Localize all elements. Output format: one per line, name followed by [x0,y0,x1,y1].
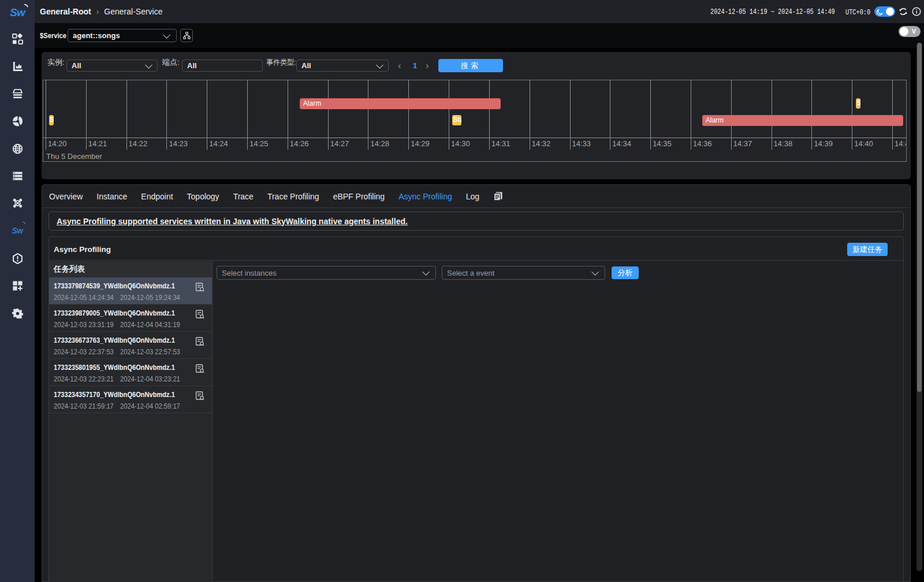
sidebar-item-extensions[interactable] [0,275,35,296]
service-select-value: agent::songs [73,31,120,40]
tab-instance[interactable]: Instance [96,192,127,201]
timeline-tick-label: 14:33 [572,139,591,148]
timeline-tick-label: 14:32 [532,139,551,148]
task-list: 1733379874539_YWdlbnQ6OnNvbmdz.1 2024-12… [49,277,212,413]
timeline-tick-label: 14:20 [48,139,67,148]
tab-endpoint[interactable]: Endpoint [141,192,173,201]
pie-icon [12,116,23,127]
page-next-button[interactable]: › [426,60,429,72]
timeline-tick-label: 14:22 [129,139,148,148]
create-task-button[interactable]: 新建任务 [847,243,888,256]
task-view-button[interactable] [195,310,204,321]
timeline-gridline [650,80,651,150]
chevron-down-icon [163,31,170,39]
task-view-button[interactable] [195,283,204,294]
task-view-button[interactable] [195,337,204,349]
version-toggle[interactable]: V [899,26,921,37]
sw-mini-logo: Sw [12,226,23,235]
gear-icon [12,308,23,319]
tab-ebpf-profiling[interactable]: eBPF Profiling [333,192,385,201]
service-topology-button[interactable] [180,29,193,42]
page-prev-button[interactable]: ‹ [398,60,401,72]
grid-plus-icon [12,280,23,291]
view-detail-icon [195,364,204,373]
sidebar-item-database[interactable] [0,110,35,131]
timeline-gridline [449,80,449,150]
skywalking-logo[interactable]: Sw [0,0,35,25]
task-id: 1733235801955_YWdlbnQ6OnNvbmdz.1 [54,363,175,372]
sidebar-item-dashboard[interactable] [0,28,35,49]
breadcrumb-root[interactable]: General-Root [40,7,91,16]
tab-log[interactable]: Log [466,192,479,201]
time-range-picker[interactable]: 2024-12-05 14:19 ~ 2024-12-05 14:49 [710,8,813,16]
sidebar-item-marketplace[interactable] [0,56,35,77]
timeline-alarm-bar[interactable]: Alarm [702,115,903,126]
timeline-tick-label: 14:29 [411,139,430,148]
tab-async-profiling[interactable]: Async Profiling [398,192,452,201]
event-type-filter-select[interactable]: All [296,60,389,72]
endpoint-filter-input[interactable]: All [182,60,263,72]
timeline-tick-label: 14:25 [249,139,269,148]
copy-docs-icon[interactable] [493,191,503,201]
task-list-item[interactable]: 1733239879005_YWdlbnQ6OnNvbmdz.1 2024-12… [49,305,212,332]
event-select[interactable]: Select a event [442,266,605,280]
analyze-button[interactable]: 分析 [612,266,639,279]
breadcrumb-current[interactable]: General-Service [104,7,162,16]
info-icon [912,7,921,16]
view-detail-icon [195,337,204,346]
theme-toggle[interactable] [874,6,895,17]
service-select[interactable]: agent::songs [68,29,177,42]
timeline-tick-label: 14:41 [895,139,907,148]
copy-icon [493,191,503,201]
instance-filter-label: 实例: [47,56,65,68]
timeline-tick-label: 14:40 [854,139,873,148]
tab-overview[interactable]: Overview [49,192,83,201]
instances-select[interactable]: Select instances [217,266,436,280]
task-end-time: 2024-12-03 22:57:53 [120,347,180,356]
sidebar-item-general-service[interactable] [0,83,35,104]
task-dates: 2024-12-03 22:37:532024-12-03 22:57:53 [54,347,180,356]
page-scrollbar-thumb[interactable] [917,43,922,392]
refresh-button[interactable] [899,7,908,16]
timeline-event-box[interactable]: Sta [452,114,462,126]
version-toggle-label: V [912,28,916,35]
sidebar-item-settings[interactable] [0,303,35,324]
sidebar-item-alerting[interactable] [0,248,35,269]
tab-trace-profiling[interactable]: Trace Profiling [267,192,319,201]
async-profiling-docs-link[interactable]: Async Profiling supported services writt… [57,217,408,226]
task-dates: 2024-12-03 23:31:192024-12-04 04:31:19 [54,320,180,329]
sidebar-item-browser[interactable] [0,138,35,159]
task-list-title: 任务列表 [49,261,212,277]
timeline-event-box[interactable]: S [855,98,861,109]
sidebar-item-topology[interactable] [0,192,35,213]
chart-icon [12,61,23,72]
utc-offset[interactable]: UTC+0:0 [845,6,871,17]
sidebar: Sw Sw [0,0,35,582]
tab-trace[interactable]: Trace [233,192,254,201]
task-list-item[interactable]: 1733235801955_YWdlbnQ6OnNvbmdz.1 2024-12… [49,359,212,386]
topology-icon [12,198,23,209]
task-list-item[interactable]: 1733236673763_YWdlbnQ6OnNvbmdz.1 2024-12… [49,332,212,359]
timeline-tick-label: 14:23 [169,139,188,148]
timeline-event-box[interactable]: S [49,114,54,126]
task-list-item[interactable]: 1733379874539_YWdlbnQ6OnNvbmdz.1 2024-12… [49,277,212,305]
timeline-tick-label: 14:30 [451,139,470,148]
events-timeline[interactable]: Thu 5 December 14:2014:2114:2214:2314:24… [43,80,907,162]
version-toggle-knob [900,27,908,36]
timeline-tick-label: 14:21 [88,139,107,148]
sidebar-item-infrastructure[interactable] [0,165,35,186]
sidebar-item-self-observability[interactable]: Sw [0,220,35,241]
tab-topology[interactable]: Topology [187,192,219,201]
task-view-button[interactable] [195,364,204,376]
timeline-alarm-bar[interactable]: Alarm [300,98,501,109]
search-button[interactable]: 搜索 [438,59,503,72]
timeline-gridline [126,80,127,150]
task-dates: 2024-12-03 22:23:212024-12-04 03:23:21 [54,375,180,383]
instance-filter-value: All [72,61,81,70]
timeline-gridline [570,80,571,150]
info-button[interactable] [912,7,921,16]
task-list-item[interactable]: 1733234357170_YWdlbnQ6OnNvbmdz.1 2024-12… [49,386,212,413]
timeline-gridline [328,80,329,150]
instance-filter-select[interactable]: All [66,60,158,72]
task-view-button[interactable] [195,391,204,403]
